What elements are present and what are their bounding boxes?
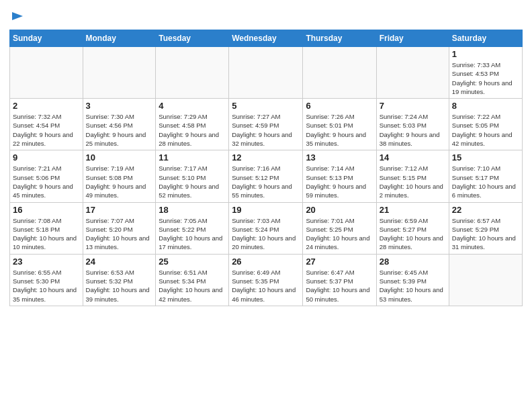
page: SundayMondayTuesdayWednesdayThursdayFrid… <box>0 0 532 313</box>
day-info: Sunrise: 6:51 AMSunset: 5:34 PMDaylight:… <box>159 268 226 304</box>
day-cell: 11Sunrise: 7:17 AMSunset: 5:10 PMDayligh… <box>156 150 229 202</box>
day-number: 25 <box>159 257 226 267</box>
day-number: 15 <box>452 152 519 163</box>
week-row-1: 1Sunrise: 7:33 AMSunset: 4:53 PMDaylight… <box>10 47 523 99</box>
day-info: Sunrise: 7:19 AMSunset: 5:08 PMDaylight:… <box>86 164 153 199</box>
day-info: Sunrise: 6:45 AMSunset: 5:39 PMDaylight:… <box>380 268 446 304</box>
day-info: Sunrise: 7:08 AMSunset: 5:18 PMDaylight:… <box>13 216 80 252</box>
day-info: Sunrise: 6:55 AMSunset: 5:30 PMDaylight:… <box>13 268 80 304</box>
header <box>9 7 523 26</box>
week-row-2: 2Sunrise: 7:32 AMSunset: 4:54 PMDaylight… <box>10 99 523 150</box>
weekday-header-thursday: Thursday <box>303 30 376 47</box>
day-cell: 18Sunrise: 7:05 AMSunset: 5:22 PMDayligh… <box>156 202 229 254</box>
day-number: 16 <box>13 205 80 215</box>
day-cell: 23Sunrise: 6:55 AMSunset: 5:30 PMDayligh… <box>10 254 83 306</box>
day-number: 27 <box>306 257 373 267</box>
day-cell <box>10 47 83 99</box>
day-number: 6 <box>306 101 373 111</box>
week-row-3: 9Sunrise: 7:21 AMSunset: 5:06 PMDaylight… <box>10 150 523 202</box>
day-info: Sunrise: 7:26 AMSunset: 5:01 PMDaylight:… <box>306 112 373 148</box>
day-cell <box>449 254 522 306</box>
day-cell: 14Sunrise: 7:12 AMSunset: 5:15 PMDayligh… <box>376 150 449 202</box>
day-info: Sunrise: 7:16 AMSunset: 5:12 PMDaylight:… <box>232 164 300 199</box>
weekday-header-tuesday: Tuesday <box>156 30 229 47</box>
day-info: Sunrise: 7:03 AMSunset: 5:24 PMDaylight:… <box>232 216 300 252</box>
day-cell: 15Sunrise: 7:10 AMSunset: 5:17 PMDayligh… <box>449 150 522 202</box>
day-cell: 1Sunrise: 7:33 AMSunset: 4:53 PMDaylight… <box>449 47 522 99</box>
day-cell: 19Sunrise: 7:03 AMSunset: 5:24 PMDayligh… <box>229 202 303 254</box>
day-number: 14 <box>380 152 446 163</box>
day-cell <box>376 47 449 99</box>
day-cell: 7Sunrise: 7:24 AMSunset: 5:03 PMDaylight… <box>376 99 449 150</box>
weekday-header-saturday: Saturday <box>449 30 522 47</box>
day-number: 20 <box>306 205 373 215</box>
calendar-table: SundayMondayTuesdayWednesdayThursdayFrid… <box>9 30 523 306</box>
day-info: Sunrise: 6:59 AMSunset: 5:27 PMDaylight:… <box>380 216 446 252</box>
day-cell: 26Sunrise: 6:49 AMSunset: 5:35 PMDayligh… <box>229 254 303 306</box>
day-number: 8 <box>452 101 519 111</box>
day-info: Sunrise: 6:47 AMSunset: 5:37 PMDaylight:… <box>306 268 373 304</box>
day-cell: 3Sunrise: 7:30 AMSunset: 4:56 PMDaylight… <box>83 99 156 150</box>
day-cell: 27Sunrise: 6:47 AMSunset: 5:37 PMDayligh… <box>303 254 376 306</box>
day-info: Sunrise: 7:32 AMSunset: 4:54 PMDaylight:… <box>13 112 80 148</box>
day-number: 3 <box>86 101 153 111</box>
day-number: 11 <box>159 152 226 163</box>
day-cell: 17Sunrise: 7:07 AMSunset: 5:20 PMDayligh… <box>83 202 156 254</box>
day-info: Sunrise: 6:49 AMSunset: 5:35 PMDaylight:… <box>232 268 300 304</box>
day-cell: 20Sunrise: 7:01 AMSunset: 5:25 PMDayligh… <box>303 202 376 254</box>
day-number: 13 <box>306 152 373 163</box>
day-cell: 12Sunrise: 7:16 AMSunset: 5:12 PMDayligh… <box>229 150 303 202</box>
day-cell <box>156 47 229 99</box>
day-info: Sunrise: 7:29 AMSunset: 4:58 PMDaylight:… <box>159 112 226 148</box>
day-cell: 2Sunrise: 7:32 AMSunset: 4:54 PMDaylight… <box>10 99 83 150</box>
day-number: 17 <box>86 205 153 215</box>
day-number: 4 <box>159 101 226 111</box>
weekday-header-row: SundayMondayTuesdayWednesdayThursdayFrid… <box>10 30 523 47</box>
day-info: Sunrise: 7:24 AMSunset: 5:03 PMDaylight:… <box>380 112 446 148</box>
day-cell: 8Sunrise: 7:22 AMSunset: 5:05 PMDaylight… <box>449 99 522 150</box>
day-number: 1 <box>452 49 519 59</box>
day-number: 23 <box>13 257 80 267</box>
day-info: Sunrise: 6:53 AMSunset: 5:32 PMDaylight:… <box>86 268 153 304</box>
day-cell: 22Sunrise: 6:57 AMSunset: 5:29 PMDayligh… <box>449 202 522 254</box>
day-number: 7 <box>380 101 446 111</box>
day-cell: 5Sunrise: 7:27 AMSunset: 4:59 PMDaylight… <box>229 99 303 150</box>
day-cell: 9Sunrise: 7:21 AMSunset: 5:06 PMDaylight… <box>10 150 83 202</box>
day-number: 22 <box>452 205 519 215</box>
weekday-header-friday: Friday <box>376 30 449 47</box>
day-cell <box>83 47 156 99</box>
day-number: 10 <box>86 152 153 163</box>
weekday-header-wednesday: Wednesday <box>229 30 303 47</box>
day-info: Sunrise: 7:07 AMSunset: 5:20 PMDaylight:… <box>86 216 153 252</box>
day-cell: 24Sunrise: 6:53 AMSunset: 5:32 PMDayligh… <box>83 254 156 306</box>
day-info: Sunrise: 7:21 AMSunset: 5:06 PMDaylight:… <box>13 164 80 199</box>
day-number: 26 <box>232 257 300 267</box>
day-info: Sunrise: 7:33 AMSunset: 4:53 PMDaylight:… <box>452 60 519 96</box>
day-info: Sunrise: 7:30 AMSunset: 4:56 PMDaylight:… <box>86 112 153 148</box>
day-cell: 6Sunrise: 7:26 AMSunset: 5:01 PMDaylight… <box>303 99 376 150</box>
logo <box>9 11 24 26</box>
day-number: 19 <box>232 205 300 215</box>
day-number: 28 <box>380 257 446 267</box>
day-info: Sunrise: 7:22 AMSunset: 5:05 PMDaylight:… <box>452 112 519 148</box>
week-row-5: 23Sunrise: 6:55 AMSunset: 5:30 PMDayligh… <box>10 254 523 306</box>
day-info: Sunrise: 7:17 AMSunset: 5:10 PMDaylight:… <box>159 164 226 199</box>
day-info: Sunrise: 7:14 AMSunset: 5:13 PMDaylight:… <box>306 164 373 199</box>
day-info: Sunrise: 7:01 AMSunset: 5:25 PMDaylight:… <box>306 216 373 252</box>
day-number: 24 <box>86 257 153 267</box>
week-row-4: 16Sunrise: 7:08 AMSunset: 5:18 PMDayligh… <box>10 202 523 254</box>
day-cell: 10Sunrise: 7:19 AMSunset: 5:08 PMDayligh… <box>83 150 156 202</box>
day-cell: 4Sunrise: 7:29 AMSunset: 4:58 PMDaylight… <box>156 99 229 150</box>
logo-flag-icon <box>11 11 24 26</box>
day-info: Sunrise: 7:05 AMSunset: 5:22 PMDaylight:… <box>159 216 226 252</box>
weekday-header-sunday: Sunday <box>10 30 83 47</box>
day-number: 21 <box>380 205 446 215</box>
day-info: Sunrise: 7:10 AMSunset: 5:17 PMDaylight:… <box>452 164 519 199</box>
day-cell: 16Sunrise: 7:08 AMSunset: 5:18 PMDayligh… <box>10 202 83 254</box>
day-cell: 13Sunrise: 7:14 AMSunset: 5:13 PMDayligh… <box>303 150 376 202</box>
weekday-header-monday: Monday <box>83 30 156 47</box>
day-info: Sunrise: 7:27 AMSunset: 4:59 PMDaylight:… <box>232 112 300 148</box>
day-cell: 21Sunrise: 6:59 AMSunset: 5:27 PMDayligh… <box>376 202 449 254</box>
day-cell: 25Sunrise: 6:51 AMSunset: 5:34 PMDayligh… <box>156 254 229 306</box>
day-number: 9 <box>13 152 80 163</box>
